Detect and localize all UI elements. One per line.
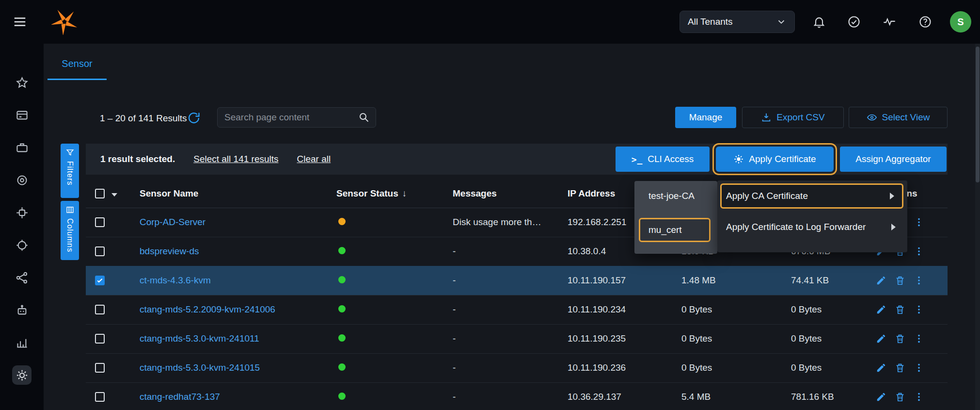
sensor-name-link[interactable]: Corp-AD-Server — [140, 217, 205, 228]
header-sensor-name[interactable]: Sensor Name — [140, 188, 198, 199]
edit-icon[interactable] — [875, 362, 887, 374]
menu-icon[interactable] — [11, 13, 29, 31]
refresh-icon[interactable] — [187, 111, 201, 125]
checkbox-menu-caret[interactable] — [111, 193, 117, 197]
table-row[interactable]: ctang-mds-5.3.0-kvm-241011 - 10.11.190.2… — [86, 324, 948, 354]
edit-icon[interactable] — [875, 275, 887, 286]
table-row[interactable]: ctang-redhat73-137 - 10.36.29.137 5.4 MB… — [86, 382, 948, 410]
table-row[interactable]: ctang-mds-5.2.2009-kvm-241006 - 10.11.19… — [86, 295, 948, 325]
select-all-link[interactable]: Select all 141 results — [193, 154, 278, 164]
clear-all-link[interactable]: Clear all — [297, 154, 331, 164]
row-checkbox[interactable] — [95, 246, 105, 256]
reports-chart-icon[interactable] — [12, 333, 32, 352]
search-box[interactable] — [217, 107, 376, 128]
ip-cell: 10.11.190.235 — [568, 333, 626, 344]
select-view-button[interactable]: Select View — [849, 107, 948, 128]
sensor-name-link[interactable]: ctang-mds-5.3.0-kvm-241015 — [140, 362, 260, 373]
more-actions-icon[interactable] — [913, 391, 925, 403]
message-cell: - — [453, 392, 456, 402]
more-actions-icon[interactable] — [913, 246, 925, 257]
sort-descending-icon[interactable]: ↓ — [402, 188, 407, 198]
notifications-icon[interactable] — [810, 13, 828, 31]
delete-icon[interactable] — [894, 333, 906, 344]
size-cell-2: 0 Bytes — [791, 362, 822, 373]
chevron-down-icon — [776, 16, 787, 27]
more-actions-icon[interactable] — [913, 333, 925, 344]
detections-icon[interactable] — [12, 170, 32, 190]
submenu-item-test-joe-ca[interactable]: test-joe-CA — [639, 185, 711, 207]
health-check-icon[interactable] — [845, 13, 863, 31]
row-checkbox[interactable] — [95, 217, 105, 227]
menu-item-apply-certificate-log-forwarder[interactable]: Apply Certificate to Log Forwarder — [720, 214, 903, 240]
vertical-scrollbar[interactable] — [975, 44, 980, 410]
row-checkbox[interactable] — [95, 363, 105, 373]
delete-icon[interactable] — [894, 304, 906, 315]
connections-icon[interactable] — [12, 268, 32, 287]
more-actions-icon[interactable] — [913, 216, 925, 228]
select-all-checkbox[interactable] — [95, 189, 105, 198]
sensor-name-link[interactable]: ctang-redhat73-137 — [140, 392, 220, 402]
favorites-icon[interactable] — [12, 73, 32, 92]
header-messages[interactable]: Messages — [453, 188, 497, 199]
assign-aggregator-button[interactable]: Assign Aggregator — [840, 147, 947, 172]
brand-logo[interactable] — [51, 9, 78, 35]
delete-icon[interactable] — [894, 362, 906, 374]
edit-icon[interactable] — [875, 304, 887, 315]
scrollbar-thumb[interactable] — [976, 47, 980, 182]
row-checkbox[interactable] — [95, 276, 105, 285]
submenu-item-mu-cert[interactable]: mu_cert — [639, 218, 711, 242]
status-dot — [338, 276, 346, 283]
automation-robot-icon[interactable] — [12, 300, 32, 320]
size-cell-1: 0 Bytes — [681, 362, 712, 373]
sensor-name-link[interactable]: ctang-mds-5.3.0-kvm-241011 — [140, 333, 259, 344]
row-checkbox[interactable] — [95, 305, 105, 314]
cli-access-button[interactable]: >_ CLI Access — [616, 147, 710, 172]
user-avatar[interactable]: S — [950, 11, 971, 33]
more-actions-icon[interactable] — [913, 362, 925, 374]
size-cell-2: 74.41 KB — [791, 275, 829, 286]
tab-sensor[interactable]: Sensor — [47, 49, 107, 80]
delete-icon[interactable] — [894, 391, 906, 403]
ai-chip-icon[interactable] — [12, 203, 32, 222]
columns-tab-label: Columns — [65, 218, 74, 252]
target-icon[interactable] — [12, 235, 32, 255]
cases-icon[interactable] — [12, 138, 32, 157]
license-card-icon[interactable] — [12, 105, 32, 125]
tenant-selector-value: All Tenants — [688, 16, 733, 27]
delete-icon[interactable] — [894, 275, 906, 286]
tenant-selector[interactable]: All Tenants — [680, 11, 795, 33]
header-sensor-status[interactable]: Sensor Status↓ — [336, 188, 407, 199]
sensor-name-link[interactable]: ctang-mds-5.2.2009-kvm-241006 — [140, 304, 275, 315]
top-bar: All Tenants S — [0, 0, 980, 44]
header-ip-address[interactable]: IP Address — [568, 188, 615, 199]
table-row[interactable]: ct-mds-4.3.6-kvm - 10.11.190.157 1.48 MB… — [86, 266, 948, 295]
filters-tab[interactable]: Filters — [61, 144, 79, 198]
columns-icon — [66, 206, 74, 214]
sensor-name-link[interactable]: bdspreview-ds — [140, 246, 199, 257]
manage-button[interactable]: Manage — [675, 107, 736, 128]
activity-icon[interactable] — [881, 13, 898, 31]
export-csv-button[interactable]: Export CSV — [742, 107, 844, 128]
apply-certificate-button[interactable]: Apply Certificate — [716, 147, 834, 172]
edit-icon[interactable] — [875, 333, 887, 344]
search-icon[interactable] — [358, 112, 370, 123]
row-checkbox[interactable] — [95, 392, 105, 402]
help-icon[interactable] — [917, 13, 934, 31]
more-actions-icon[interactable] — [913, 275, 925, 286]
table-row[interactable]: ctang-mds-5.3.0-kvm-241015 - 10.11.190.2… — [86, 353, 948, 383]
search-input[interactable] — [223, 112, 354, 123]
columns-tab[interactable]: Columns — [61, 201, 79, 260]
edit-icon[interactable] — [875, 391, 887, 403]
selected-count-text: 1 result selected. — [100, 154, 175, 164]
terminal-icon: >_ — [632, 154, 643, 164]
selection-bar: 1 result selected. Select all 141 result… — [86, 144, 948, 175]
more-actions-icon[interactable] — [913, 304, 925, 315]
size-cell-1: 5.4 MB — [681, 392, 711, 402]
row-checkbox[interactable] — [95, 334, 105, 344]
header-messages-label: Messages — [453, 188, 497, 198]
ip-cell: 10.11.190.234 — [568, 304, 626, 315]
menu-item-apply-ca-certificate[interactable]: Apply CA Certificate — [720, 183, 903, 209]
sensor-name-link[interactable]: ct-mds-4.3.6-kvm — [140, 275, 211, 286]
settings-gear-icon[interactable] — [12, 365, 32, 385]
certificate-menu: Apply CA Certificate Apply Certificate t… — [717, 180, 907, 252]
